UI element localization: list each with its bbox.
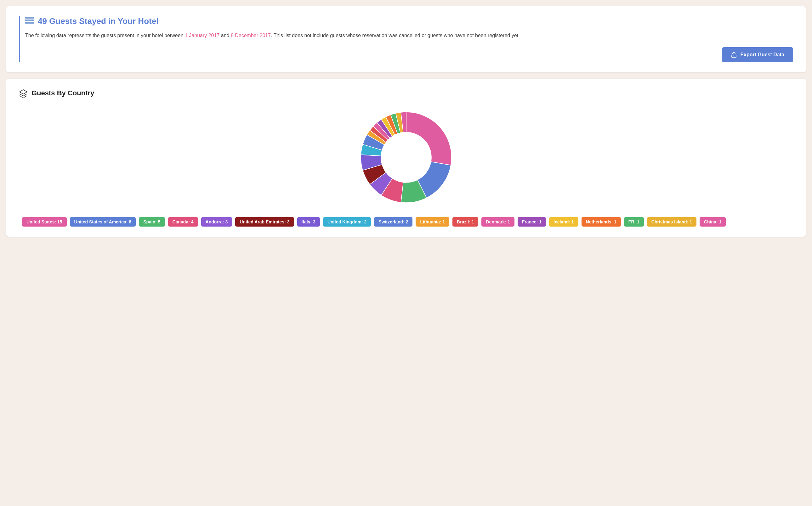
legend-item: Spain: 5	[139, 217, 165, 227]
page-title: 49 Guests Stayed in Your Hotel	[38, 16, 158, 26]
description-text: The following data represents the guests…	[25, 31, 793, 39]
legend-item: Lithuania: 1	[416, 217, 449, 227]
legend-item: United States: 15	[22, 217, 67, 227]
legend-item: United Arab Emirates: 3	[235, 217, 294, 227]
legend: United States: 15United States of Americ…	[19, 217, 793, 227]
guests-by-country-card: Guests By Country United States: 15Unite…	[6, 79, 806, 237]
date-start: 1 January 2017	[185, 33, 219, 38]
legend-item: Italy: 3	[297, 217, 320, 227]
donut-chart-svg	[356, 107, 456, 208]
legend-item: Andorra: 3	[201, 217, 232, 227]
layers-icon	[19, 89, 28, 97]
legend-item: China: 1	[699, 217, 726, 227]
donut-slice[interactable]	[406, 112, 451, 165]
date-end: 8 December 2017	[231, 33, 271, 38]
legend-item: Brazil: 1	[452, 217, 478, 227]
guests-by-country-title: Guests By Country	[31, 89, 94, 97]
legend-item: United Kingdom: 2	[323, 217, 371, 227]
desc-mid: and	[219, 33, 231, 38]
desc-end: . This list does not include guests whos…	[271, 33, 519, 38]
legend-item: United States of America: 8	[70, 217, 136, 227]
legend-item: Netherlands: 1	[582, 217, 621, 227]
section-title: Guests By Country	[19, 89, 793, 97]
legend-item: FR: 1	[624, 217, 644, 227]
legend-item: France: 1	[518, 217, 546, 227]
export-label: Export Guest Data	[740, 52, 784, 58]
legend-item: Iceland: 1	[549, 217, 578, 227]
svg-rect-0	[25, 17, 34, 18]
export-button[interactable]: Export Guest Data	[722, 47, 793, 62]
donut-chart-container	[19, 107, 793, 208]
legend-item: Switzerland: 2	[374, 217, 413, 227]
guests-info-card: 49 Guests Stayed in Your Hotel The follo…	[6, 6, 806, 72]
svg-rect-2	[25, 22, 34, 24]
legend-item: Canada: 4	[168, 217, 198, 227]
legend-item: Denmark: 1	[482, 217, 514, 227]
list-icon	[25, 17, 34, 26]
legend-item: Christmas Island: 1	[647, 217, 696, 227]
export-row: Export Guest Data	[25, 47, 793, 62]
export-icon	[731, 52, 737, 58]
desc-start: The following data represents the guests…	[25, 33, 185, 38]
svg-rect-1	[25, 19, 34, 21]
card-header: 49 Guests Stayed in Your Hotel	[25, 16, 793, 26]
